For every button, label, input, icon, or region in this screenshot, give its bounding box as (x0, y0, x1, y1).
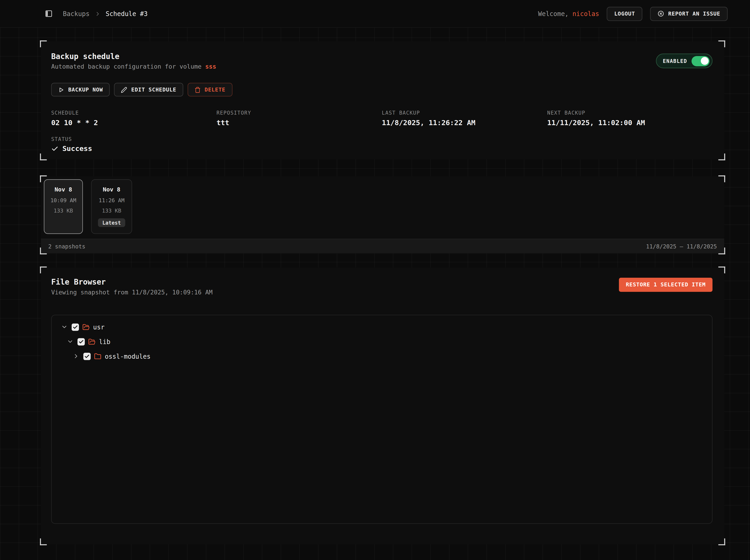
restore-selected-button[interactable]: RESTORE 1 SELECTED ITEM (619, 278, 712, 292)
enabled-toggle[interactable]: ENABLED (656, 54, 712, 68)
field-value: 11/11/2025, 11:02:00 AM (547, 119, 712, 127)
snapshot-card[interactable]: Nov 810:09 AM133 KB (44, 179, 83, 234)
report-issue-label: REPORT AN ISSUE (668, 11, 721, 17)
field-repository: REPOSITORYttt (216, 109, 382, 127)
trash-icon (195, 86, 201, 93)
snapshot-time: 11:26 AM (99, 197, 124, 204)
delete-button[interactable]: DELETE (188, 83, 232, 97)
snapshot-size: 133 KB (54, 207, 73, 214)
field-label: NEXT BACKUP (547, 109, 712, 116)
enabled-toggle-label: ENABLED (663, 58, 687, 64)
file-tree: usrlibossl-modules (51, 315, 712, 524)
circle-x-icon (657, 10, 665, 17)
breadcrumb-current: Schedule #3 (106, 10, 147, 17)
snapshot-date-range: 11/8/2025 – 11/8/2025 (646, 243, 717, 250)
status-value: Success (62, 145, 92, 153)
frame-corner (718, 40, 725, 47)
schedule-actions: BACKUP NOW EDIT SCHEDULE DELETE (51, 83, 712, 97)
play-icon (58, 86, 64, 93)
edit-schedule-button[interactable]: EDIT SCHEDULE (114, 83, 183, 97)
field-last-backup: LAST BACKUP11/8/2025, 11:26:22 AM (382, 109, 547, 127)
tree-item-label: usr (93, 323, 104, 331)
backup-now-label: BACKUP NOW (68, 86, 103, 93)
subtitle-prefix: Automated backup configuration for volum… (51, 63, 202, 70)
logout-button[interactable]: LOGOUT (607, 7, 643, 21)
latest-badge: Latest (98, 218, 125, 227)
chevron-down-icon[interactable] (67, 338, 74, 345)
backup-schedule-panel: Backup schedule Automated backup configu… (41, 41, 724, 159)
report-issue-button[interactable]: REPORT AN ISSUE (650, 7, 728, 21)
toggle-knob (700, 57, 708, 65)
field-label: SCHEDULE (51, 109, 217, 116)
frame-corner (718, 266, 725, 273)
username: nicolas (572, 10, 599, 17)
folder-open-icon (82, 323, 90, 331)
frame-corner (40, 266, 47, 273)
pencil-icon (121, 86, 127, 93)
status-field: STATUS Success (51, 136, 712, 152)
backup-now-button[interactable]: BACKUP NOW (51, 83, 110, 97)
schedule-panel-title: Backup schedule (51, 52, 712, 61)
field-value: ttt (216, 119, 382, 127)
frame-corner (40, 154, 47, 160)
snapshot-date: Nov 8 (55, 186, 72, 193)
snapshot-list: Nov 810:09 AM133 KBNov 811:26 AM133 KBLa… (41, 176, 724, 234)
breadcrumb-section[interactable]: Backups (63, 10, 90, 17)
schedule-fields: SCHEDULE02 10 * * 2REPOSITORYtttLAST BAC… (51, 109, 712, 127)
welcome-text: Welcome, nicolas (538, 10, 599, 17)
file-browser-title: File Browser (51, 278, 712, 286)
tree-checkbox[interactable] (72, 323, 79, 331)
frame-corner (718, 539, 725, 545)
snapshot-date: Nov 8 (103, 186, 120, 193)
file-browser-subtitle: Viewing snapshot from 11/8/2025, 10:09:1… (51, 288, 712, 296)
field-next-backup: NEXT BACKUP11/11/2025, 11:02:00 AM (547, 109, 712, 127)
field-value: 02 10 * * 2 (51, 119, 217, 127)
tree-row[interactable]: usr (56, 320, 708, 334)
toggle-track[interactable] (691, 56, 710, 66)
schedule-panel-subtitle: Automated backup configuration for volum… (51, 63, 712, 70)
timeline-footer: 2 snapshots 11/8/2025 – 11/8/2025 (41, 239, 724, 254)
chevron-right-icon[interactable] (73, 353, 80, 360)
delete-label: DELETE (204, 86, 225, 93)
frame-corner (40, 40, 47, 47)
snapshot-card[interactable]: Nov 811:26 AM133 KBLatest (91, 179, 132, 234)
tree-row[interactable]: lib (56, 334, 708, 349)
app-viewport: Backups Schedule #3 Welcome, nicolas LOG… (0, 0, 750, 560)
volume-name: sss (205, 63, 216, 70)
chevron-down-icon[interactable] (61, 323, 68, 330)
check-icon (51, 145, 59, 152)
status-label: STATUS (51, 136, 712, 142)
main-content: Backup schedule Automated backup configu… (41, 41, 724, 544)
folder-icon (94, 353, 101, 360)
tree-item-label: ossl-modules (105, 353, 151, 360)
snapshot-time: 10:09 AM (50, 197, 76, 204)
file-browser-panel: File Browser Viewing snapshot from 11/8/… (41, 267, 724, 544)
snapshot-size: 133 KB (102, 207, 121, 214)
snapshot-timeline-panel: Nov 810:09 AM133 KBNov 811:26 AM133 KBLa… (41, 176, 724, 254)
field-schedule: SCHEDULE02 10 * * 2 (51, 109, 217, 127)
welcome-prefix: Welcome, (538, 10, 569, 17)
folder-open-icon (88, 338, 96, 345)
edit-schedule-label: EDIT SCHEDULE (131, 86, 176, 93)
chevron-right-icon (95, 11, 101, 17)
breadcrumb: Backups Schedule #3 (63, 10, 147, 17)
tree-row[interactable]: ossl-modules (56, 349, 708, 363)
panel-left-icon (45, 10, 53, 18)
frame-corner (40, 539, 47, 545)
field-label: REPOSITORY (216, 109, 382, 116)
frame-corner (718, 154, 725, 160)
field-label: LAST BACKUP (382, 109, 547, 116)
tree-checkbox[interactable] (78, 338, 85, 345)
snapshot-count: 2 snapshots (48, 243, 85, 250)
tree-item-label: lib (99, 338, 110, 345)
field-value: 11/8/2025, 11:26:22 AM (382, 119, 547, 127)
tree-checkbox[interactable] (83, 353, 91, 360)
top-bar: Backups Schedule #3 Welcome, nicolas LOG… (0, 0, 750, 28)
sidebar-toggle-button[interactable] (44, 9, 54, 19)
